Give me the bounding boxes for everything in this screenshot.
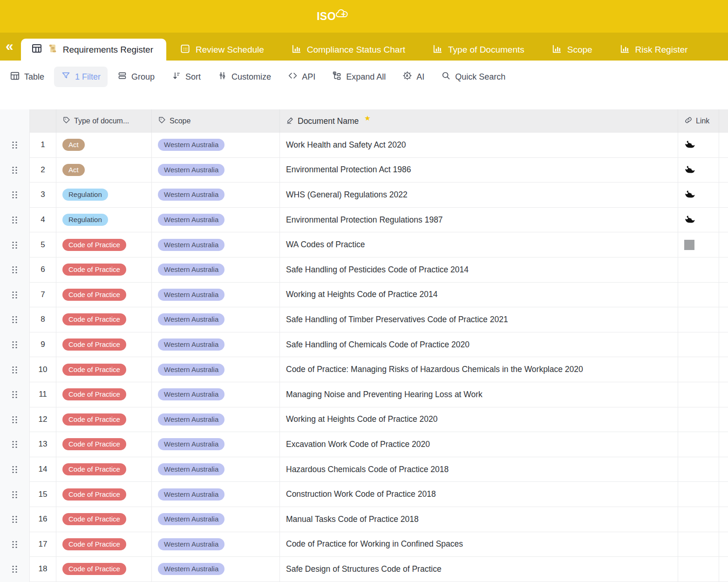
scope-cell[interactable]: Western Australia (152, 382, 280, 407)
column-header-link[interactable]: Link (678, 109, 719, 133)
document-name-cell[interactable]: Working at Heights Code of Practice 2020 (280, 407, 678, 432)
type-of-document-cell[interactable]: Code of Practice (56, 507, 152, 532)
link-cell[interactable] (678, 307, 719, 332)
row-number-cell[interactable]: 4 (30, 208, 56, 232)
scope-cell[interactable]: Western Australia (152, 432, 280, 457)
row-number-cell[interactable]: 14 (30, 457, 56, 482)
quick-search-button[interactable]: Quick Search (441, 71, 505, 83)
row-drag-handle[interactable] (0, 257, 29, 283)
document-name-cell[interactable]: WA Codes of Practice (280, 232, 678, 257)
expand-all-button[interactable]: Expand All (332, 71, 386, 83)
link-cell[interactable] (678, 532, 719, 557)
type-of-document-cell[interactable]: Code of Practice (56, 432, 152, 457)
tab-risk-register[interactable]: Risk Register (606, 39, 701, 61)
filter-button[interactable]: 1 Filter (54, 67, 108, 87)
row-number-cell[interactable]: 10 (30, 357, 56, 382)
scope-cell[interactable]: Western Australia (152, 507, 280, 532)
link-cell[interactable] (678, 257, 719, 282)
scope-cell[interactable]: Western Australia (152, 332, 280, 357)
link-cell[interactable] (678, 407, 719, 432)
scope-cell[interactable]: Western Australia (152, 457, 280, 482)
type-of-document-cell[interactable]: Code of Practice (56, 357, 152, 382)
link-cell[interactable] (678, 208, 719, 232)
row-number-cell[interactable]: 13 (30, 432, 56, 457)
link-cell[interactable] (678, 382, 719, 407)
row-number-cell[interactable]: 1 (30, 133, 56, 157)
row-drag-handle[interactable] (0, 432, 29, 457)
scope-cell[interactable]: Western Australia (152, 183, 280, 207)
scope-cell[interactable]: Western Australia (152, 283, 280, 307)
link-cell[interactable] (678, 232, 719, 257)
row-drag-handle[interactable] (0, 283, 29, 308)
type-of-document-cell[interactable]: Code of Practice (56, 283, 152, 307)
type-of-document-cell[interactable]: Code of Practice (56, 382, 152, 407)
row-number-cell[interactable]: 17 (30, 532, 56, 557)
collapse-sidebar-icon[interactable]: « (0, 39, 21, 61)
type-of-document-cell[interactable]: Code of Practice (56, 532, 152, 557)
scope-cell[interactable]: Western Australia (152, 158, 280, 183)
type-of-document-cell[interactable]: Regulation (56, 208, 152, 232)
link-cell[interactable] (678, 507, 719, 532)
document-name-cell[interactable]: Working at Heights Code of Practice 2014 (280, 283, 678, 307)
scope-cell[interactable]: Western Australia (152, 357, 280, 382)
document-name-cell[interactable]: Excavation Work Code of Practice 2020 (280, 432, 678, 457)
tab-scope[interactable]: Scope (538, 39, 606, 61)
row-number-cell[interactable]: 6 (30, 257, 56, 282)
row-number-cell[interactable]: 5 (30, 232, 56, 257)
document-name-cell[interactable]: Manual Tasks Code of Practice 2018 (280, 507, 678, 532)
tab-type-of-documents[interactable]: Type of Documents (419, 39, 538, 61)
document-name-cell[interactable]: Construction Work Code of Practice 2018 (280, 482, 678, 507)
document-name-cell[interactable]: Hazardous Chemicals Code of Practice 201… (280, 457, 678, 482)
link-cell[interactable] (678, 283, 719, 307)
type-of-document-cell[interactable]: Act (56, 158, 152, 183)
row-number-cell[interactable]: 2 (30, 158, 56, 183)
row-drag-handle[interactable] (0, 232, 29, 257)
row-drag-handle[interactable] (0, 532, 29, 557)
row-number-cell[interactable]: 3 (30, 183, 56, 207)
link-cell[interactable] (678, 332, 719, 357)
row-number-header[interactable] (30, 109, 56, 133)
link-cell[interactable] (678, 482, 719, 507)
row-drag-handle[interactable] (0, 557, 29, 582)
scope-cell[interactable]: Western Australia (152, 407, 280, 432)
row-drag-handle[interactable] (0, 183, 29, 208)
column-header-type[interactable]: Type of docum... (56, 109, 152, 133)
document-name-cell[interactable]: Safe Handling of Pesticides Code of Prac… (280, 257, 678, 282)
row-drag-handle[interactable] (0, 158, 29, 183)
ai-button[interactable]: AI (402, 71, 424, 83)
type-of-document-cell[interactable]: Code of Practice (56, 407, 152, 432)
row-number-cell[interactable]: 12 (30, 407, 56, 432)
row-number-cell[interactable]: 15 (30, 482, 56, 507)
scope-cell[interactable]: Western Australia (152, 532, 280, 557)
link-cell[interactable] (678, 457, 719, 482)
link-cell[interactable] (678, 432, 719, 457)
document-name-cell[interactable]: WHS (General) Regulations 2022 (280, 183, 678, 207)
view-type-button[interactable]: Table (10, 71, 44, 83)
row-drag-handle[interactable] (0, 208, 29, 233)
row-drag-handle[interactable] (0, 307, 29, 332)
scope-cell[interactable]: Western Australia (152, 307, 280, 332)
row-number-cell[interactable]: 8 (30, 307, 56, 332)
type-of-document-cell[interactable]: Code of Practice (56, 232, 152, 257)
type-of-document-cell[interactable]: Code of Practice (56, 457, 152, 482)
api-button[interactable]: API (288, 71, 315, 83)
column-header-document-name[interactable]: Document Name ★ (280, 109, 678, 133)
document-name-cell[interactable]: Code of Practice for Working in Confined… (280, 532, 678, 557)
document-name-cell[interactable]: Safe Handling of Chemicals Code of Pract… (280, 332, 678, 357)
type-of-document-cell[interactable]: Act (56, 133, 152, 157)
row-drag-handle[interactable] (0, 482, 29, 507)
type-of-document-cell[interactable]: Code of Practice (56, 307, 152, 332)
document-name-cell[interactable]: Safe Handling of Timber Preservatives Co… (280, 307, 678, 332)
document-name-cell[interactable]: Work Health and Safety Act 2020 (280, 133, 678, 157)
scope-cell[interactable]: Western Australia (152, 482, 280, 507)
scope-cell[interactable]: Western Australia (152, 557, 280, 582)
document-name-cell[interactable]: Environmental Protection Act 1986 (280, 158, 678, 183)
type-of-document-cell[interactable]: Code of Practice (56, 482, 152, 507)
sort-button[interactable]: Sort (171, 71, 201, 83)
row-drag-handle[interactable] (0, 332, 29, 358)
document-name-cell[interactable]: Managing Noise and Preventing Hearing Lo… (280, 382, 678, 407)
type-of-document-cell[interactable]: Code of Practice (56, 257, 152, 282)
document-name-cell[interactable]: Code of Practice: Managing Risks of Haza… (280, 357, 678, 382)
row-drag-handle[interactable] (0, 407, 29, 433)
scope-cell[interactable]: Western Australia (152, 232, 280, 257)
